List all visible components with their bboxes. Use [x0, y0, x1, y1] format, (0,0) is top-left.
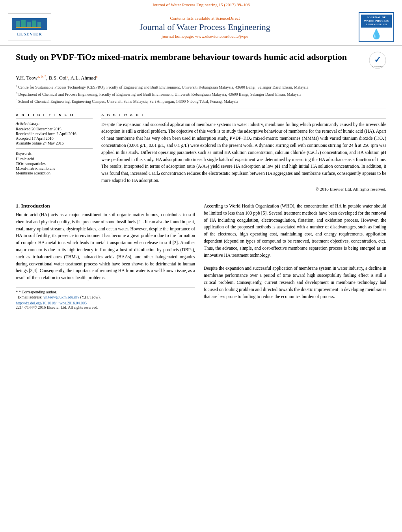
available-date: Available online 24 May 2016	[16, 141, 93, 145]
author-email[interactable]: yh.teow@ukm.edu.my	[43, 295, 79, 299]
keyword-3: Mixed-matrix membrane	[16, 166, 93, 171]
copyright-text: © 2016 Elsevier Ltd. All rights reserved…	[101, 187, 386, 191]
sciencedirect-label: Contents lists available at ScienceDirec…	[51, 16, 359, 20]
journal-header: ELSEVIER Contents lists available at Sci…	[0, 8, 402, 46]
journal-logo: JOURNAL OFWATER PROCESSENGINEERING 💧	[359, 12, 394, 42]
introduction-section: 1. Introduction Humic acid (HA) acts as …	[16, 203, 386, 310]
corresponding-author-note: * * Corresponding author.	[16, 290, 195, 294]
homepage-url[interactable]: www.elsevier.com/locate/jwpe	[195, 34, 248, 39]
article-info-panel: A R T I C L E I N F O Article history: R…	[16, 113, 93, 191]
elsevier-wordmark: ELSEVIER	[17, 32, 42, 36]
article-info-divider	[16, 119, 93, 119]
journal-logo-droplet-icon: 💧	[361, 29, 392, 40]
keywords-label: Keywords:	[16, 151, 93, 156]
elsevier-logo: ELSEVIER	[8, 13, 51, 41]
keyword-1: Humic acid	[16, 157, 93, 161]
svg-rect-4	[37, 22, 41, 27]
journal-homepage: journal homepage: www.elsevier.com/locat…	[51, 34, 359, 39]
footnote-area: * * Corresponding author. E-mail address…	[16, 287, 195, 310]
journal-ref-text: Journal of Water Process Engineering 15 …	[152, 2, 249, 7]
svg-rect-5	[16, 27, 41, 28]
doi-line: http://dx.doi.org/10.1016/j.jwpe.2016.04…	[16, 301, 195, 305]
intro-left-text: Humic acid (HA) acts as a major constitu…	[16, 211, 195, 282]
abstract-divider	[101, 119, 386, 119]
intro-right-text-2: Despite the expansion and successful app…	[204, 265, 386, 300]
svg-rect-1	[21, 20, 26, 27]
article-info-heading: A R T I C L E I N F O	[16, 113, 93, 117]
elsevier-tree-icon	[14, 19, 45, 29]
journal-reference-bar: Journal of Water Process Engineering 15 …	[0, 0, 402, 8]
received-date: Received 20 December 2015	[16, 127, 93, 131]
title-divider	[16, 109, 386, 109]
sciencedirect-link[interactable]: ScienceDirect	[216, 16, 240, 20]
article-title: Study on PVDF-TiO₂ mixed-matrix membrane…	[16, 52, 363, 63]
crossmark-icon: ✓ CrossMark	[369, 52, 386, 69]
svg-text:CrossMark: CrossMark	[372, 65, 383, 68]
keyword-4: Membrane adsorption	[16, 171, 93, 175]
abstract-panel: A B S T R A C T Despite the expansion an…	[101, 113, 386, 191]
issn-line: 2214-7144/© 2016 Elsevier Ltd. All right…	[16, 305, 195, 310]
intro-heading: 1. Introduction	[16, 203, 195, 209]
email-note: E-mail address: yh.teow@ukm.edu.my (Y.H.…	[16, 295, 195, 299]
article-title-section: Study on PVDF-TiO₂ mixed-matrix membrane…	[16, 52, 386, 71]
journal-title: Journal of Water Process Engineering	[51, 22, 359, 32]
main-content: Study on PVDF-TiO₂ mixed-matrix membrane…	[0, 46, 402, 315]
keyword-2: TiO₂ nanoparticles	[16, 161, 93, 166]
keywords-divider	[16, 148, 93, 149]
journal-logo-text: JOURNAL OFWATER PROCESSENGINEERING	[361, 15, 392, 28]
svg-rect-0	[16, 21, 20, 27]
accepted-date: Accepted 17 April 2016	[16, 136, 93, 141]
affiliation-c: c School of Chemical Engineering, Engine…	[16, 98, 386, 104]
history-label: Article history:	[16, 121, 93, 126]
doi-link[interactable]: http://dx.doi.org/10.1016/j.jwpe.2016.04…	[16, 301, 87, 305]
svg-text:✓: ✓	[374, 55, 381, 65]
svg-rect-2	[27, 22, 31, 27]
article-info-abstract-section: A R T I C L E I N F O Article history: R…	[16, 113, 386, 191]
authors-line: Y.H. Teowa, b, *, B.S. Ooic, A.L. Ahmadc	[16, 74, 386, 81]
affiliation-b: b Department of Chemical and Process Eng…	[16, 91, 386, 97]
affiliation-a: a Centre for Sustainable Process Technol…	[16, 84, 386, 90]
intro-left-column: 1. Introduction Humic acid (HA) acts as …	[16, 203, 195, 310]
intro-right-column: According to World Health Organization (…	[204, 203, 386, 310]
journal-header-center: Contents lists available at ScienceDirec…	[51, 16, 359, 39]
received-revised-date: Received in revised form 2 April 2016	[16, 132, 93, 136]
section-rule	[16, 197, 386, 197]
affiliations: a Centre for Sustainable Process Technol…	[16, 84, 386, 105]
intro-right-text: According to World Health Organization (…	[204, 203, 386, 259]
abstract-heading: A B S T R A C T	[101, 113, 386, 117]
crossmark-badge[interactable]: ✓ CrossMark	[369, 52, 386, 69]
svg-rect-3	[32, 20, 36, 27]
keywords-section: Keywords: Humic acid TiO₂ nanoparticles …	[16, 148, 93, 175]
abstract-text: Despite the expansion and successful app…	[101, 121, 386, 184]
